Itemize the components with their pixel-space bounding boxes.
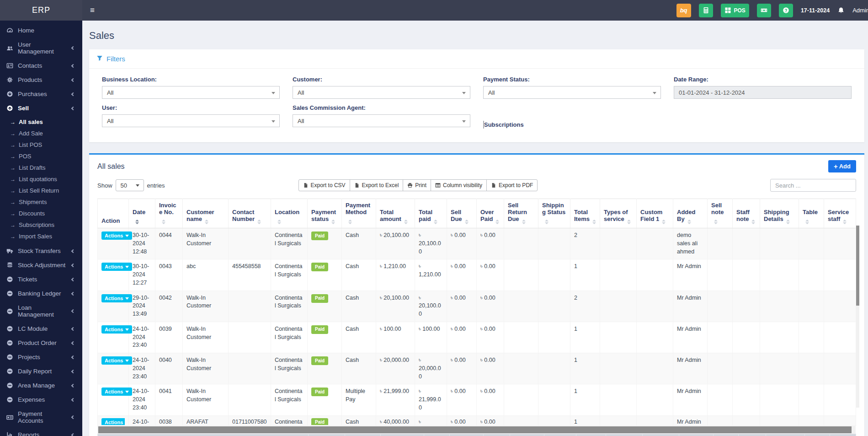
export-to-excel-button[interactable]: Export to Excel — [350, 179, 404, 191]
column-header-custom-field-1[interactable]: Custom Field 1 — [637, 199, 673, 228]
horizontal-scrollbar[interactable] — [97, 426, 856, 434]
sort-icon — [257, 220, 261, 224]
column-header-total-amount[interactable]: Total amount — [376, 199, 415, 228]
actions-button[interactable]: Actions — [101, 263, 132, 271]
column-header-payment-status[interactable]: Payment status — [308, 199, 342, 228]
sidebar-subitem-all-sales[interactable]: →All sales — [0, 116, 82, 128]
language-button[interactable]: bq — [676, 4, 691, 17]
column-header-total-paid[interactable]: Total paid — [415, 199, 447, 228]
field-value: All — [298, 89, 304, 96]
column-visibility-button[interactable]: Column visibility — [431, 179, 487, 191]
add-sale-button[interactable]: +Add — [828, 160, 856, 172]
sidebar-item-daily-report[interactable]: Daily Report — [0, 364, 82, 378]
sidebar-item-area-manage[interactable]: Area Manage — [0, 378, 82, 393]
horizontal-scrollbar-thumb[interactable] — [98, 426, 852, 433]
bell-icon[interactable] — [837, 7, 845, 14]
column-header-sell-return-due[interactable]: Sell Return Due — [504, 199, 538, 228]
cash-button[interactable] — [757, 4, 771, 17]
help-button[interactable] — [779, 4, 793, 17]
column-header-sell-note[interactable]: Sell note — [708, 199, 733, 228]
column-header-shipping-details[interactable]: Shipping Details — [760, 199, 799, 228]
column-header-service-staff[interactable]: Service staff — [824, 199, 856, 228]
subscriptions-checkbox[interactable]: Subscriptions — [483, 121, 661, 128]
sidebar-item-payment-accounts[interactable]: Payment Accounts — [0, 407, 82, 428]
actions-button[interactable]: Actions — [101, 356, 132, 365]
column-header-contact-number[interactable]: Contact Number — [229, 199, 271, 228]
export-to-pdf-button[interactable]: Export to PDF — [486, 179, 538, 191]
sidebar-subitem-import-sales[interactable]: →Import Sales — [0, 231, 82, 242]
column-header-types-of-service[interactable]: Types of service — [600, 199, 637, 228]
filter-user-select[interactable]: All — [102, 114, 280, 127]
sidebar-item-products[interactable]: Products — [0, 73, 82, 87]
actions-button[interactable]: Actions — [101, 231, 132, 240]
page-size-select[interactable]: 50 — [116, 179, 144, 191]
sidebar-item-tickets[interactable]: Tickets — [0, 272, 82, 286]
filter-commission_agent-select[interactable]: All — [293, 114, 470, 127]
vertical-scrollbar[interactable] — [856, 226, 859, 408]
sidebar-item-loan-management[interactable]: Loan Management — [0, 301, 82, 322]
column-header-sell-due[interactable]: Sell Due — [447, 199, 477, 228]
sidebar-subitem-subscriptions[interactable]: →Subscriptions — [0, 219, 82, 231]
sidebar-subitem-list-drafts[interactable]: →List Drafts — [0, 162, 82, 173]
column-header-over-paid[interactable]: Over Paid — [477, 199, 504, 228]
sidebar-item-lc-module[interactable]: LC Module — [0, 322, 82, 336]
sidebar-item-projects[interactable]: Projects — [0, 350, 82, 364]
filter-business_location-select[interactable]: All — [102, 86, 280, 99]
page-title: Sales — [89, 30, 864, 42]
pos-button[interactable]: POS — [721, 4, 749, 17]
arrow-right-icon: → — [10, 130, 16, 137]
vertical-scrollbar-thumb[interactable] — [856, 226, 859, 306]
sidebar-subitem-pos[interactable]: →POS — [0, 151, 82, 162]
actions-button[interactable]: Actions — [101, 294, 132, 302]
sidebar-subitem-discounts[interactable]: →Discounts — [0, 208, 82, 219]
sidebar-item-stock-transfers[interactable]: Stock Transfers — [0, 244, 82, 258]
sidebar-subitem-list-sell-return[interactable]: →List Sell Return — [0, 185, 82, 196]
actions-button[interactable]: Actions — [101, 325, 132, 334]
sidebar-subitem-add-sale[interactable]: →Add Sale — [0, 128, 82, 139]
language-button-label: bq — [680, 7, 687, 14]
column-header-total-items[interactable]: Total Items — [570, 199, 600, 228]
sidebar-item-purchases[interactable]: Purchases — [0, 87, 82, 101]
app-logo[interactable]: ERP — [0, 0, 82, 21]
column-header-staff-note[interactable]: Staff note — [733, 199, 760, 228]
sidebar-item-product-order[interactable]: Product Order — [0, 336, 82, 350]
cell-staff_note — [733, 353, 760, 384]
column-header-customer-name[interactable]: Customer name — [183, 199, 229, 228]
filter-payment_status-select[interactable]: All — [483, 86, 661, 99]
hamburger-icon[interactable]: ≡ — [90, 6, 95, 14]
column-header-location[interactable]: Location — [271, 199, 308, 228]
sidebar-item-sell[interactable]: Sell — [0, 101, 82, 115]
column-header-payment-method[interactable]: Payment Method — [342, 199, 376, 228]
user-menu[interactable]: Admin — [852, 7, 868, 14]
sidebar-item-expenses[interactable]: Expenses — [0, 393, 82, 407]
search-input[interactable] — [770, 179, 856, 192]
column-header-table[interactable]: Table — [799, 199, 824, 228]
filter-customer-select[interactable]: All — [293, 86, 470, 99]
cell-custom1 — [637, 415, 673, 425]
filter-date_range-input[interactable]: 01-01-2024 - 31-12-2024 — [674, 86, 852, 99]
cell-total: ৳ 20,100.00 — [376, 228, 415, 259]
filters-header[interactable]: Filters — [89, 49, 864, 69]
column-header-date[interactable]: Date — [129, 199, 155, 228]
column-header-shipping-status[interactable]: Shipping Status — [538, 199, 570, 228]
sidebar-subitem-list-quotations[interactable]: →List quotations — [0, 173, 82, 185]
column-header-invoice-no[interactable]: Invoice No. — [155, 199, 183, 228]
sidebar-subitem-list-pos[interactable]: →List POS — [0, 139, 82, 151]
column-header-added-by[interactable]: Added By — [673, 199, 708, 228]
print-button[interactable]: Print — [403, 179, 431, 191]
column-label: Total amount — [380, 209, 401, 222]
actions-button[interactable]: Actions — [101, 418, 125, 425]
sidebar-item-home[interactable]: Home — [0, 23, 82, 38]
sidebar-item-user-management[interactable]: User Management — [0, 38, 82, 59]
calculator-button[interactable] — [699, 4, 713, 17]
sidebar-item-label: Stock Adjustment — [18, 262, 65, 269]
sidebar-item-stock-adjustment[interactable]: Stock Adjustment — [0, 258, 82, 272]
actions-button[interactable]: Actions — [101, 388, 132, 396]
sidebar-item-banking-ledger[interactable]: Banking Ledger — [0, 286, 82, 301]
sidebar-subitem-shipments[interactable]: →Shipments — [0, 196, 82, 208]
cell-custom1 — [637, 353, 673, 384]
filter-field-business_location: Business Location:All — [102, 76, 280, 99]
sidebar-item-reports[interactable]: Reports — [0, 428, 82, 436]
sidebar-item-contacts[interactable]: Contacts — [0, 59, 82, 73]
export-to-csv-button[interactable]: Export to CSV — [298, 179, 350, 191]
